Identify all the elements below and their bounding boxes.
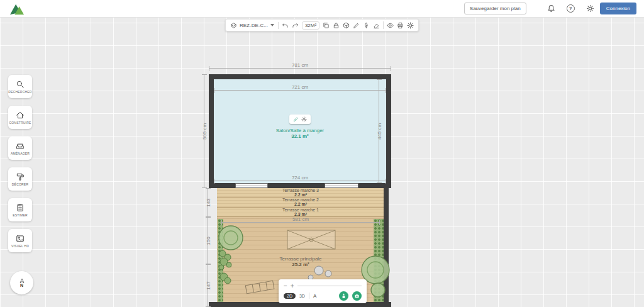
sidebar-item-visuel-hd[interactable]: VISUEL HD bbox=[8, 229, 32, 252]
compass-north-label: N bbox=[20, 283, 23, 287]
hedge-left[interactable] bbox=[218, 219, 223, 307]
redo-icon[interactable] bbox=[292, 22, 299, 29]
total-area-badge: 32M² bbox=[302, 21, 319, 30]
undo-icon[interactable] bbox=[282, 22, 289, 29]
terrace-step-area: 2.2 m² bbox=[294, 202, 307, 207]
terrace-wall-right[interactable] bbox=[384, 188, 389, 307]
dimension-terrace-steps-height: 143 bbox=[208, 188, 208, 217]
zoom-slider[interactable] bbox=[297, 286, 362, 286]
box-3d-icon[interactable] bbox=[343, 22, 350, 29]
dimension-outer-width: 781 cm bbox=[209, 68, 391, 69]
eraser-icon[interactable] bbox=[373, 22, 380, 29]
terrace-step-2[interactable]: Terrasse marche 2 2.2 m² bbox=[217, 198, 384, 207]
sidebar-item-rechercher[interactable]: RECHERCHER bbox=[8, 75, 32, 98]
save-plan-button[interactable]: Sauvegarder mon plan bbox=[464, 3, 526, 14]
wall-top[interactable] bbox=[209, 74, 391, 79]
zoom-in-button[interactable]: + bbox=[291, 283, 294, 289]
dimension-inner-width-bottom: 724 cm bbox=[214, 181, 386, 181]
view-controls: − + 2D 3D A bbox=[279, 279, 367, 303]
compass[interactable]: N bbox=[10, 271, 33, 294]
dimension-inner-width-top: 721 cm bbox=[214, 90, 386, 91]
photo-icon bbox=[16, 234, 25, 243]
sidebar-item-decorer[interactable]: DÉCORER bbox=[8, 167, 32, 191]
chevron-down-icon bbox=[270, 24, 274, 26]
mode-2d-button[interactable]: 2D bbox=[284, 293, 296, 299]
clipboard-icon bbox=[16, 203, 25, 212]
paint-roller-icon bbox=[16, 172, 25, 181]
hedge-right[interactable] bbox=[374, 219, 384, 307]
mode-3d-button[interactable]: 3D bbox=[299, 294, 305, 298]
floor-selector[interactable]: REZ-DE-C... bbox=[230, 22, 279, 29]
help-icon[interactable]: ? bbox=[567, 4, 575, 13]
room-settings-gear-icon[interactable] bbox=[301, 116, 307, 122]
search-icon bbox=[16, 80, 25, 89]
lock-icon[interactable] bbox=[333, 22, 340, 29]
printer-icon[interactable] bbox=[397, 22, 404, 29]
dimension-inner-height-right: 445 cm bbox=[379, 79, 379, 183]
wall-right[interactable] bbox=[386, 74, 391, 188]
window[interactable] bbox=[235, 183, 268, 188]
person-icon bbox=[341, 293, 347, 299]
room-tools-popover[interactable] bbox=[289, 114, 311, 124]
terrace-steps[interactable]: Terrasse marche 3 2.2 m² Terrasse marche… bbox=[217, 188, 384, 217]
snapshot-button[interactable] bbox=[352, 291, 362, 301]
dimension-terrace-mid-height: 150 bbox=[208, 217, 208, 264]
salon-label[interactable]: Salon/Salle à manger 32.1 m² bbox=[276, 128, 325, 139]
text-tool-button[interactable]: A bbox=[313, 293, 316, 299]
sidebar-item-construire[interactable]: CONSTRUIRE bbox=[8, 106, 32, 129]
terrace-step-1[interactable]: Terrasse marche 1 2.3 m² bbox=[217, 208, 384, 217]
zoom-out-button[interactable]: − bbox=[284, 283, 287, 289]
plan-toolbar: REZ-DE-C... 32M² bbox=[225, 19, 419, 31]
window[interactable] bbox=[325, 183, 358, 188]
sofa-icon bbox=[16, 142, 25, 150]
duplicate-icon[interactable] bbox=[323, 22, 330, 29]
dimension-terrace-width: 581 cm bbox=[221, 222, 380, 223]
top-bar: Sauvegarder mon plan ? Connexion bbox=[0, 0, 644, 18]
edit-pencil-icon[interactable] bbox=[293, 116, 299, 122]
walkthrough-button[interactable] bbox=[339, 291, 348, 301]
app-logo[interactable] bbox=[8, 2, 26, 16]
toolbar-settings-gear-icon[interactable] bbox=[407, 22, 414, 29]
pencil-icon[interactable] bbox=[353, 22, 360, 29]
house-icon bbox=[16, 111, 25, 120]
camera-icon bbox=[354, 293, 360, 299]
wall-left[interactable] bbox=[209, 74, 214, 188]
settings-gear-icon[interactable] bbox=[586, 4, 594, 13]
terrace-main-label[interactable]: Terrasse principale 25.2 m² bbox=[279, 256, 321, 267]
notifications-bell-icon[interactable] bbox=[547, 4, 555, 13]
zoom-control: − + bbox=[284, 281, 362, 291]
dimension-terrace-bottom-height: 147 bbox=[208, 264, 208, 307]
eye-icon[interactable] bbox=[387, 22, 394, 29]
floor-cube-icon bbox=[230, 22, 237, 29]
floor-selector-label: REZ-DE-C... bbox=[240, 23, 268, 28]
login-button[interactable]: Connexion bbox=[600, 3, 636, 14]
terrace-step-area: 2.2 m² bbox=[294, 193, 307, 198]
terrace-step-3[interactable]: Terrasse marche 3 2.2 m² bbox=[217, 188, 384, 198]
sidebar-item-amenager[interactable]: AMÉNAGER bbox=[8, 137, 32, 160]
pen-icon[interactable] bbox=[363, 22, 370, 29]
sidebar-item-estimer[interactable]: ESTIMER bbox=[8, 198, 32, 221]
dimension-outer-height-left: 505 cm bbox=[204, 74, 204, 188]
